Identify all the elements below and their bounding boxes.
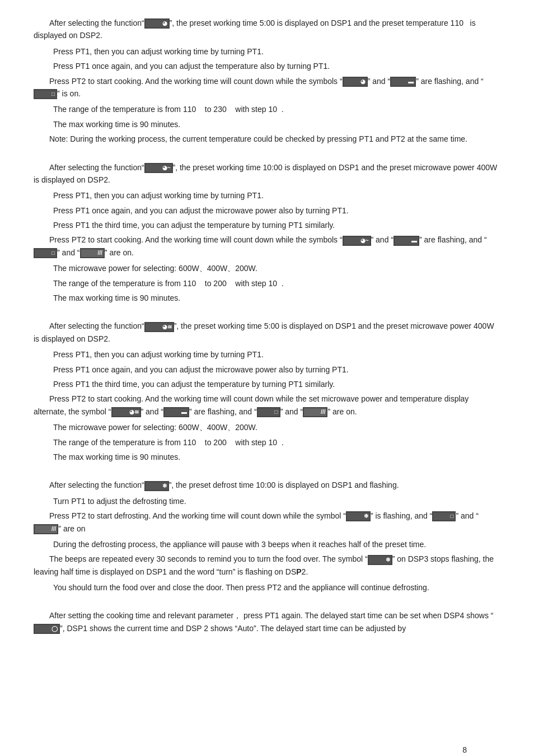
icon-wave3: /// xyxy=(303,407,327,417)
section5-para1: After setting the cooking time and relev… xyxy=(34,609,500,634)
section2-para6: The microwave power for selecting: 600W、… xyxy=(34,262,500,274)
section4-para6: You should turn the food over and close … xyxy=(34,581,500,594)
section2-para5: Press PT2 to start cooking. And the work… xyxy=(34,234,500,259)
icon-on4: □ xyxy=(432,511,456,521)
section4-para2: Turn PT1 to adjust the defrosting time. xyxy=(34,495,500,507)
icon-wave4: /// xyxy=(34,524,58,534)
section2-para3: Press PT1 once again, and you can adjust… xyxy=(34,204,500,217)
page-wrap: After selecting the function“◕”, the pre… xyxy=(34,17,500,756)
icon-grill2: ◕ xyxy=(343,77,368,87)
section1-para7: Note: During the working process, the cu… xyxy=(34,133,500,145)
icon-temp3: ▬ xyxy=(163,407,189,417)
section1-para5: The range of the temperature is from 110… xyxy=(34,103,500,115)
icon-mw-grill2: ◕~ xyxy=(343,236,371,246)
section2-para8: The max working time is 90 minutes. xyxy=(34,292,500,304)
icon-mw-grill: ◕~ xyxy=(144,163,173,173)
section3-para6: The microwave power for selecting: 600W、… xyxy=(34,421,500,433)
icon-wave2: /// xyxy=(80,248,105,258)
section4-para1: After selecting the function“❄”, the pre… xyxy=(34,479,500,491)
section4-para5: The beeps are repeated every 30 seconds … xyxy=(34,553,500,578)
icon-on3: □ xyxy=(257,407,280,417)
section3-para4: Press PT1 the third time, you can adjust… xyxy=(34,378,500,390)
section1-para6: The max working time is 90 minutes. xyxy=(34,118,500,130)
icon-defrost3: ❄ xyxy=(368,555,392,565)
icon-temp: ▬ xyxy=(390,77,416,87)
icon-defrost2: ❄ xyxy=(346,511,371,521)
icon-temp2: ▬ xyxy=(394,236,419,246)
section1-para3: Press PT1 once again, and you can adjust… xyxy=(34,60,500,72)
section3-para7: The range of the temperature is from 110… xyxy=(34,436,500,449)
section-2: After selecting the function“◕~”, the pr… xyxy=(34,161,500,305)
section3-para5: Press PT2 to start cooking. And the work… xyxy=(34,393,500,418)
icon-grill: ◕ xyxy=(144,18,170,29)
icon-on1: □ xyxy=(34,89,57,99)
section2-para1: After selecting the function“◕~”, the pr… xyxy=(34,161,500,186)
section3-para8: The max working time is 90 minutes. xyxy=(34,451,500,463)
section4-para3: Press PT2 to start defrosting. And the w… xyxy=(34,510,500,535)
icon-combo: ◕≅ xyxy=(144,322,174,332)
icon-defrost: ❄ xyxy=(144,481,169,491)
section4-para4: During the defrosting process, the appli… xyxy=(34,538,500,550)
section2-para7: The range of the temperature is from 110… xyxy=(34,277,500,290)
icon-combo2: ◕≅ xyxy=(111,407,141,417)
section3-para1: After selecting the function“◕≅”, the pr… xyxy=(34,320,500,345)
section3-para3: Press PT1 once again, and you can adjust… xyxy=(34,363,500,376)
section1-para4: Press PT2 to start cooking. And the work… xyxy=(34,75,500,100)
icon-clock: ◯ xyxy=(34,624,60,634)
section1-para2: Press PT1, then you can adjust working t… xyxy=(34,45,500,58)
section-3: After selecting the function“◕≅”, the pr… xyxy=(34,320,500,463)
section2-para2: Press PT1, then you can adjust working t… xyxy=(34,189,500,202)
section-5: After setting the cooking time and relev… xyxy=(34,609,500,634)
section-1: After selecting the function“◕”, the pre… xyxy=(34,17,500,146)
section3-para2: Press PT1, then you can adjust working t… xyxy=(34,348,500,361)
section2-para4: Press PT1 the third time, you can adjust… xyxy=(34,219,500,231)
icon-on2: □ xyxy=(34,248,57,258)
section-4: After selecting the function“❄”, the pre… xyxy=(34,479,500,594)
page-number: 8 xyxy=(462,744,467,756)
section1-para1: After selecting the function“◕”, the pre… xyxy=(34,17,500,42)
